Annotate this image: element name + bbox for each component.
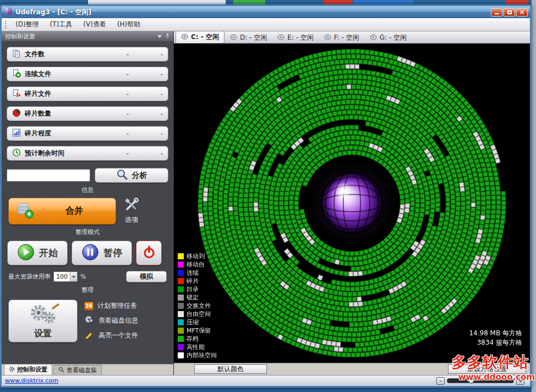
legend-swatch [178, 253, 184, 259]
stat-fragmentation-level[interactable]: 碎片程度 -- [7, 126, 168, 141]
analyze-button-label: 分析 [132, 171, 147, 181]
resource-row: 最大资源使用率 100 % 模拟 [2, 265, 173, 282]
menu-tools[interactable]: (T)工具 [45, 18, 78, 31]
zoom-slider-track[interactable] [447, 378, 514, 383]
stat-value-2: - [129, 110, 163, 118]
task-schedule-defrag[interactable]: 26 计划整理任务 [84, 301, 168, 311]
legend-item: MFT保留 [178, 326, 217, 334]
merge-button[interactable]: 合并 [8, 198, 116, 225]
menu-defrag[interactable]: (D)整理 [10, 18, 44, 31]
analyze-row: 分析 [2, 167, 173, 183]
legend-swatch [178, 344, 184, 350]
zoom-in-button[interactable]: + [516, 377, 524, 385]
background-right-window-sliver [532, 0, 536, 392]
control-panel: 控制和设置 文件数 -- 连续文件 -- [2, 31, 174, 375]
stat-value-1: - [95, 130, 129, 138]
settings-button[interactable]: 设置 [8, 300, 78, 342]
stat-label: 碎片文件 [25, 89, 51, 99]
stat-time-remaining[interactable]: 预计剩余时间 -- [7, 146, 168, 161]
resource-usage-select[interactable]: 100 [53, 271, 78, 282]
task-highlight-file[interactable]: 高亮一个文件 [84, 330, 168, 341]
pause-button-label: 暂停 [103, 247, 122, 259]
disk-view-panel: C: - 空闲 D: - 空闲 E: - 空闲 F: - 空闲 G: - 空闲 [174, 31, 530, 375]
minimize-button[interactable] [491, 8, 502, 17]
chevron-down-icon[interactable] [157, 35, 162, 38]
legend-item: 内部块空间 [178, 351, 217, 359]
tab-view-clusters[interactable]: 查看磁盘簇 [53, 365, 102, 375]
zoom-out-button[interactable]: - [436, 377, 445, 385]
disk-map-canvas[interactable] [174, 43, 530, 363]
disk-tab-g[interactable]: G: - 空闲 [365, 32, 412, 43]
title-bar[interactable]: Udefrag3 - [C: - 空闲] × [2, 6, 530, 18]
legend-item: 移动自 [178, 260, 217, 268]
stop-button[interactable] [136, 241, 162, 265]
default-colors-button[interactable]: 默认颜色 [194, 364, 267, 374]
disk-tab-e[interactable]: E: - 空闲 [272, 32, 319, 43]
start-button[interactable]: 开始 [7, 241, 68, 265]
zoom-slider-thumb[interactable] [467, 377, 475, 384]
stat-file-count[interactable]: 文件数 -- [7, 47, 168, 62]
legend-label: 碎片 [187, 277, 199, 285]
stat-fragment-count[interactable]: 碎片数量 -- [7, 106, 168, 121]
maximize-icon [507, 10, 512, 14]
menu-bar: (D)整理 (T)工具 (V)查看 (H)帮助 [2, 18, 530, 31]
pushpin-icon[interactable] [165, 32, 170, 41]
disk-tab-d[interactable]: D: - 空闲 [225, 32, 272, 43]
zoom-control: - + [436, 377, 524, 385]
legend-swatch [178, 311, 184, 317]
disk-tab-label: F: - 空闲 [334, 33, 359, 42]
legend-swatch [178, 336, 184, 342]
app-icon [4, 7, 13, 18]
legend-swatch [178, 295, 184, 301]
disk-icon [277, 34, 285, 42]
options-button[interactable]: 选项 [124, 198, 139, 225]
legend-item: 自由空间 [178, 310, 217, 318]
stat-label: 预计剩余时间 [25, 149, 64, 158]
stat-label: 碎片程度 [25, 129, 51, 138]
disk-tab-c[interactable]: C: - 空闲 [176, 31, 225, 43]
minimize-icon [495, 13, 499, 14]
disktrix-link[interactable]: www.disktrix.com [5, 377, 58, 384]
pause-icon [81, 243, 99, 263]
disk-tab-f[interactable]: F: - 空闲 [319, 32, 364, 43]
task-view-disk-info[interactable]: 查看磁盘信息 [84, 315, 168, 326]
disk-map-toolbar: 默认颜色 重设方格位置 [174, 363, 530, 375]
stat-label: 碎片数量 [25, 109, 51, 118]
stat-label: 文件数 [25, 50, 45, 59]
legend-label: 压缩 [187, 318, 199, 326]
analyze-input[interactable] [7, 169, 90, 182]
stat-value-2: - [129, 150, 163, 157]
merge-row: 合并 选项 [2, 197, 173, 225]
files-icon [12, 49, 21, 60]
stat-value-1: - [95, 70, 129, 78]
close-button[interactable]: × [516, 8, 528, 17]
stat-label: 连续文件 [25, 69, 51, 79]
legend-label: 存档 [187, 335, 199, 343]
disk-info-icon [84, 315, 95, 326]
legend-label: 内部块空间 [187, 351, 217, 360]
analyze-button[interactable]: 分析 [95, 168, 168, 183]
reset-square-position-button[interactable]: 重设方格位置 [448, 364, 526, 374]
tab-control-settings[interactable]: 控制和设置 [4, 364, 52, 375]
options-button-label: 选项 [125, 215, 138, 225]
gear-icon [9, 366, 15, 374]
legend-label: MFT保留 [187, 326, 211, 335]
panel-header-title: 控制和设置 [5, 32, 35, 41]
legend-label: 高性能 [187, 343, 205, 351]
stat-fragmented-files[interactable]: 碎片文件 -- [7, 86, 168, 101]
maximize-button[interactable] [504, 8, 515, 17]
legend-swatch [178, 278, 184, 284]
resource-usage-value: 100 [54, 273, 70, 280]
start-row: 开始 暂停 [2, 238, 173, 265]
stat-value-1: - [95, 51, 129, 58]
disk-tab-label: G: - 空闲 [380, 33, 407, 42]
contiguous-file-icon [12, 69, 21, 80]
simulate-button[interactable]: 模拟 [126, 271, 167, 282]
pause-button[interactable]: 暂停 [72, 241, 132, 265]
menu-view[interactable]: (V)查看 [78, 18, 111, 31]
stat-contiguous-files[interactable]: 连续文件 -- [7, 67, 168, 81]
tab-label: 控制和设置 [17, 366, 47, 374]
menu-help[interactable]: (H)帮助 [112, 18, 145, 31]
magnifier-small-icon [58, 367, 64, 374]
dropdown-arrow-icon[interactable] [70, 272, 77, 281]
